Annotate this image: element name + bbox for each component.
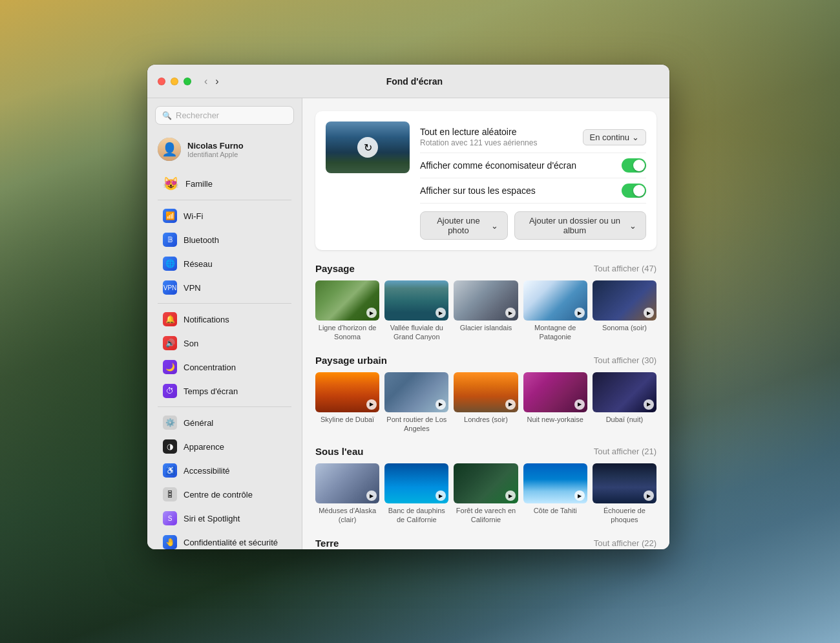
forward-button[interactable]: › bbox=[213, 74, 221, 89]
photo-item[interactable]: ▶Échouerie de phoques bbox=[593, 463, 656, 525]
section-header-paysage: PaysageTout afficher (47) bbox=[315, 263, 656, 274]
play-badge: ▶ bbox=[574, 490, 585, 501]
section-terre: TerreTout afficher (22)▶▶▶▶ bbox=[315, 538, 656, 549]
see-all-paysage-urbain[interactable]: Tout afficher (30) bbox=[594, 355, 656, 365]
photo-label: Échouerie de phoques bbox=[593, 506, 656, 525]
sidebar-item-vpn[interactable]: VPN VPN bbox=[152, 276, 297, 299]
screensaver-toggle[interactable] bbox=[622, 158, 646, 173]
sidebar-label-confidentialite: Confidentialité et sécurité bbox=[184, 538, 278, 547]
photo-thumb: ▶ bbox=[454, 280, 518, 321]
spaces-toggle[interactable] bbox=[622, 184, 646, 198]
photo-grid-paysage: ▶Ligne d'horizon de Sonoma▶Vallée fluvia… bbox=[315, 280, 656, 342]
see-all-terre[interactable]: Tout afficher (22) bbox=[594, 538, 656, 548]
section-title-sous-eau: Sous l'eau bbox=[315, 446, 363, 457]
sidebar-label-concentration: Concentration bbox=[184, 363, 236, 372]
wallpaper-sections: PaysageTout afficher (47)▶Ligne d'horizo… bbox=[315, 263, 656, 549]
add-photo-label: Ajouter une photo bbox=[430, 216, 487, 235]
continu-label: En continu bbox=[590, 132, 629, 142]
shuffle-sub: Rotation avec 121 vues aériennes bbox=[420, 138, 537, 147]
search-box[interactable]: 🔍 bbox=[155, 106, 294, 125]
photo-item[interactable]: ▶Côte de Tahiti bbox=[523, 463, 587, 525]
confidentialite-icon: 🤚 bbox=[163, 535, 177, 549]
reseau-icon: 🌐 bbox=[163, 257, 177, 271]
sidebar-label-temps: Temps d'écran bbox=[184, 386, 238, 396]
add-buttons: Ajouter une photo ⌄ Ajouter un dossier o… bbox=[420, 211, 646, 240]
photo-grid-paysage-urbain: ▶Skyline de Dubaï▶Pont routier de Los An… bbox=[315, 372, 656, 434]
sidebar-item-reseau[interactable]: 🌐 Réseau bbox=[152, 252, 297, 275]
play-badge: ▶ bbox=[574, 399, 585, 410]
photo-item[interactable]: ▶Ligne d'horizon de Sonoma bbox=[315, 280, 379, 342]
sidebar-item-centre[interactable]: 🎛 Centre de contrôle bbox=[152, 483, 297, 506]
continu-dropdown[interactable]: En continu ⌄ bbox=[583, 129, 646, 145]
minimize-button[interactable] bbox=[171, 78, 178, 85]
photo-thumb: ▶ bbox=[315, 372, 379, 412]
play-badge: ▶ bbox=[505, 399, 516, 410]
wallpaper-options: Tout en lecture aléatoire Rotation avec … bbox=[420, 121, 646, 240]
see-all-sous-eau[interactable]: Tout afficher (21) bbox=[594, 447, 656, 456]
photo-item[interactable]: ▶Dubaï (nuit) bbox=[593, 372, 656, 434]
photo-label: Nuit new-yorkaise bbox=[527, 415, 583, 424]
apparence-icon: ◑ bbox=[163, 439, 177, 454]
photo-item[interactable]: ▶Vallée fluviale du Grand Canyon bbox=[384, 280, 448, 342]
sidebar-label-centre: Centre de contrôle bbox=[184, 490, 253, 500]
general-icon: ⚙️ bbox=[163, 416, 177, 430]
sidebar-label-accessibilite: Accessibilité bbox=[184, 466, 230, 476]
sidebar-item-general[interactable]: ⚙️ Général bbox=[152, 411, 297, 434]
photo-item[interactable]: ▶Skyline de Dubaï bbox=[315, 372, 379, 434]
sidebar-item-siri[interactable]: S Siri et Spotlight bbox=[152, 507, 297, 530]
sidebar-item-famille[interactable]: 😻 Famille bbox=[152, 171, 297, 196]
sidebar-item-apparence[interactable]: ◑ Apparence bbox=[152, 435, 297, 458]
chevron-down-icon-photo: ⌄ bbox=[491, 221, 498, 231]
sidebar: 🔍 Nicolas Furno Identifiant Apple 😻 Fami… bbox=[147, 98, 302, 549]
photo-label: Skyline de Dubaï bbox=[320, 415, 374, 424]
photo-item[interactable]: ▶Sonoma (soir) bbox=[593, 280, 656, 342]
photo-label: Montagne de Patagonie bbox=[523, 323, 587, 342]
sidebar-item-temps[interactable]: ⏱ Temps d'écran bbox=[152, 379, 297, 403]
sidebar-label-son: Son bbox=[184, 339, 198, 348]
spaces-option-row: Afficher sur tous les espaces bbox=[420, 178, 646, 204]
photo-label: Sonoma (soir) bbox=[602, 323, 647, 332]
photo-thumb: ▶ bbox=[384, 280, 448, 321]
sidebar-item-wifi[interactable]: 📶 Wi‑Fi bbox=[152, 204, 297, 227]
sidebar-item-concentration[interactable]: 🌙 Concentration bbox=[152, 355, 297, 379]
photo-item[interactable]: ▶Méduses d'Alaska (clair) bbox=[315, 463, 379, 525]
play-badge: ▶ bbox=[644, 308, 654, 318]
photo-thumb: ▶ bbox=[523, 463, 587, 503]
avatar-face bbox=[158, 138, 181, 161]
sidebar-item-notifications[interactable]: 🔔 Notifications bbox=[152, 308, 297, 331]
search-icon: 🔍 bbox=[162, 111, 172, 120]
sidebar-item-accessibilite[interactable]: ♿ Accessibilité bbox=[152, 459, 297, 482]
section-header-sous-eau: Sous l'eauTout afficher (21) bbox=[315, 446, 656, 457]
sidebar-item-bluetooth[interactable]: 𝔹 Bluetooth bbox=[152, 228, 297, 251]
screensaver-option-row: Afficher comme économisateur d'écran bbox=[420, 153, 646, 178]
maximize-button[interactable] bbox=[184, 78, 191, 85]
photo-item[interactable]: ▶Pont routier de Los Angeles bbox=[384, 372, 448, 434]
shuffle-label: Tout en lecture aléatoire bbox=[420, 127, 537, 137]
photo-item[interactable]: ▶Londres (soir) bbox=[454, 372, 518, 434]
sidebar-item-confidentialite[interactable]: 🤚 Confidentialité et sécurité bbox=[152, 531, 297, 549]
see-all-paysage[interactable]: Tout afficher (47) bbox=[594, 264, 656, 273]
photo-item[interactable]: ▶Forêt de varech en Californie bbox=[454, 463, 518, 525]
divider-1 bbox=[158, 200, 291, 200]
add-photo-button[interactable]: Ajouter une photo ⌄ bbox=[420, 211, 508, 240]
photo-item[interactable]: ▶Nuit new-yorkaise bbox=[523, 372, 587, 434]
photo-item[interactable]: ▶Glacier islandais bbox=[454, 280, 518, 342]
wallpaper-preview-panel: ↻ Tout en lecture aléatoire Rotation ave… bbox=[315, 111, 656, 250]
refresh-button[interactable]: ↻ bbox=[357, 137, 378, 158]
famille-emoji: 😻 bbox=[163, 176, 179, 191]
divider-2 bbox=[158, 303, 291, 304]
sidebar-item-son[interactable]: 🔊 Son bbox=[152, 332, 297, 355]
search-input[interactable] bbox=[176, 111, 287, 120]
section-header-paysage-urbain: Paysage urbainTout afficher (30) bbox=[315, 355, 656, 366]
photo-label: Côte de Tahiti bbox=[534, 506, 577, 515]
photo-thumb: ▶ bbox=[315, 463, 379, 503]
photo-item[interactable]: ▶Montagne de Patagonie bbox=[523, 280, 587, 342]
notifications-icon: 🔔 bbox=[163, 312, 177, 326]
close-button[interactable] bbox=[158, 78, 165, 85]
back-button[interactable]: ‹ bbox=[202, 74, 210, 89]
play-badge: ▶ bbox=[505, 490, 516, 501]
user-section[interactable]: Nicolas Furno Identifiant Apple bbox=[147, 132, 302, 166]
photo-item[interactable]: ▶Banc de dauphins de Californie bbox=[384, 463, 448, 525]
screensaver-label: Afficher comme économisateur d'écran bbox=[420, 160, 576, 171]
add-folder-button[interactable]: Ajouter un dossier ou un album ⌄ bbox=[514, 211, 646, 240]
